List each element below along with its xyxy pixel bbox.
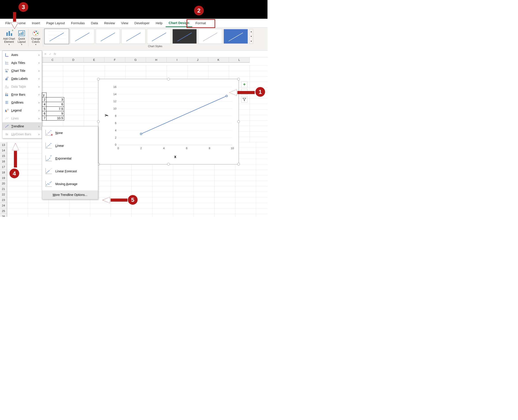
- cell[interactable]: 7.5: [46, 107, 64, 111]
- chart-style-7[interactable]: [198, 29, 222, 44]
- menu-lines-label: Lines: [11, 117, 19, 120]
- col-header[interactable]: H: [146, 57, 167, 63]
- cell[interactable]: 9: [46, 111, 64, 116]
- resize-handle[interactable]: [167, 78, 170, 80]
- chart-elements-button[interactable]: +: [241, 81, 247, 88]
- add-chart-element-button[interactable]: + Add Chart Element ▾: [2, 29, 16, 46]
- menu-lines: Lines›: [2, 114, 42, 122]
- row-header[interactable]: 20: [0, 181, 7, 186]
- menu-trendline[interactable]: Trendline›: [2, 122, 42, 130]
- tab-insert[interactable]: Insert: [29, 19, 43, 27]
- col-header[interactable]: K: [208, 57, 229, 63]
- col-header[interactable]: F: [105, 57, 125, 63]
- row-header[interactable]: 18: [0, 170, 7, 175]
- row-header[interactable]: 24: [0, 203, 7, 208]
- col-header[interactable]: L: [229, 57, 250, 63]
- col-header[interactable]: I: [167, 57, 187, 63]
- col-header[interactable]: D: [63, 57, 84, 63]
- tab-review[interactable]: Review: [101, 19, 118, 27]
- resize-handle[interactable]: [167, 163, 170, 165]
- col-header[interactable]: C: [42, 57, 63, 63]
- col-header[interactable]: J: [187, 57, 208, 63]
- chart-style-1[interactable]: [45, 29, 69, 44]
- tab-developer[interactable]: Developer: [131, 19, 152, 27]
- fx-icon[interactable]: fx: [54, 52, 56, 56]
- cell[interactable]: 7: [42, 116, 46, 120]
- cancel-icon[interactable]: ✕: [44, 52, 47, 56]
- trendline-exponential-icon: [44, 154, 53, 163]
- embedded-chart[interactable]: y x 0 2 4 6 8 10 12 14 16 0 2 4: [98, 79, 239, 164]
- cell[interactable]: 4: [42, 102, 46, 107]
- chart-style-6[interactable]: [172, 29, 197, 44]
- menu-data-labels[interactable]: Data Labels›: [2, 75, 42, 83]
- row-header[interactable]: 25: [0, 208, 7, 214]
- cell[interactable]: 2: [42, 98, 46, 102]
- col-header[interactable]: G: [125, 57, 146, 63]
- row-header[interactable]: 17: [0, 164, 7, 170]
- cell[interactable]: 10.5: [46, 116, 64, 120]
- svg-text:0: 0: [115, 143, 116, 146]
- row-header[interactable]: 13: [0, 142, 7, 148]
- submenu-linear[interactable]: Linear: [42, 139, 98, 152]
- col-header[interactable]: E: [84, 57, 105, 63]
- resize-handle[interactable]: [237, 78, 240, 80]
- row-header[interactable]: 15: [0, 153, 7, 159]
- tab-data[interactable]: Data: [88, 19, 101, 27]
- x-axis-label: x: [174, 154, 176, 159]
- svg-rect-18: [70, 29, 94, 44]
- enter-icon[interactable]: ✓: [49, 52, 52, 56]
- row-header[interactable]: 16: [0, 159, 7, 164]
- menu-axis-titles[interactable]: Axis Titles›: [2, 59, 42, 67]
- row-header[interactable]: 21: [0, 186, 7, 192]
- svg-point-71: [48, 133, 49, 133]
- chevron-right-icon: ›: [38, 85, 39, 88]
- resize-handle[interactable]: [237, 163, 240, 165]
- submenu-linear-label: Linear: [55, 144, 64, 147]
- chart-style-8[interactable]: [224, 29, 248, 44]
- row-header[interactable]: 22: [0, 192, 7, 197]
- tab-page-layout[interactable]: Page Layout: [43, 19, 68, 27]
- annotation-1-arrow: [225, 88, 256, 97]
- chart-styles-group: ▴ ▾ ▾ Chart Styles: [45, 29, 266, 48]
- submenu-more-options[interactable]: More Trendline Options...: [42, 190, 98, 199]
- tab-formulas[interactable]: Formulas: [68, 19, 88, 27]
- row-header[interactable]: 19: [0, 175, 7, 181]
- menu-axes[interactable]: Axes›: [2, 51, 42, 59]
- chevron-right-icon: ›: [38, 93, 39, 96]
- chart-styles-more[interactable]: ▴ ▾ ▾: [249, 29, 253, 44]
- cell[interactable]: 6: [42, 111, 46, 116]
- chart-style-4[interactable]: [121, 29, 145, 44]
- annotation-5: 5: [128, 195, 137, 205]
- tab-help[interactable]: Help: [152, 19, 166, 27]
- row-header[interactable]: 14: [0, 148, 7, 153]
- submenu-moving-label: Moving Average: [55, 182, 77, 186]
- submenu-exponential[interactable]: Exponential: [42, 152, 98, 165]
- tab-view[interactable]: View: [118, 19, 131, 27]
- menu-legend[interactable]: Legend›: [2, 106, 42, 114]
- quick-layout-button[interactable]: Quick Layout ▾: [16, 29, 27, 46]
- chart-style-5[interactable]: [147, 29, 171, 44]
- submenu-linear-forecast[interactable]: Linear Forecast: [42, 165, 98, 178]
- submenu-moving-average[interactable]: Moving Average: [42, 178, 98, 190]
- submenu-none[interactable]: ✕None: [42, 127, 98, 139]
- chart-style-2[interactable]: [70, 29, 94, 44]
- menu-gridlines[interactable]: Gridlines›: [2, 98, 42, 106]
- resize-handle[interactable]: [97, 78, 100, 80]
- row-header[interactable]: 23: [0, 197, 7, 203]
- chart-series-line[interactable]: [141, 96, 227, 134]
- resize-handle[interactable]: [97, 120, 100, 123]
- resize-handle[interactable]: [237, 120, 240, 123]
- menu-chart-title[interactable]: Chart Title›: [2, 67, 42, 75]
- chart-style-3[interactable]: [96, 29, 120, 44]
- menu-error-bars[interactable]: Error Bars›: [2, 90, 42, 98]
- cell[interactable]: 6: [46, 102, 64, 107]
- svg-text:2: 2: [140, 147, 142, 150]
- cell[interactable]: 5: [42, 107, 46, 111]
- dropdown-caret-icon: ▾: [35, 43, 36, 46]
- row-header[interactable]: 26: [0, 214, 7, 217]
- svg-line-93: [46, 170, 49, 173]
- change-colors-button[interactable]: Change Colors ▾: [30, 29, 42, 46]
- chart-data-point[interactable]: [140, 133, 142, 135]
- cell[interactable]: 3: [46, 98, 64, 102]
- chart-filter-button[interactable]: [241, 96, 247, 103]
